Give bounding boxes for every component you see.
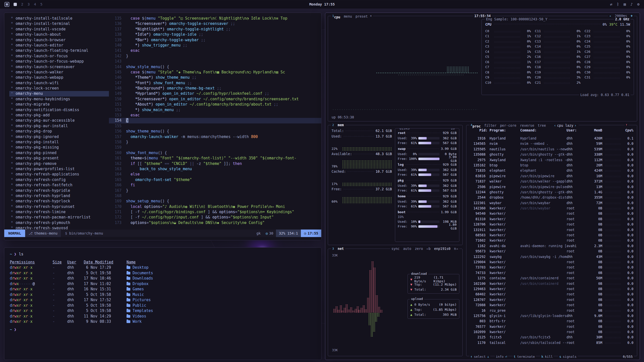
process-row[interactable]: 125756glycin-i/usr/lib/glycin-loadersdhh… [470,313,633,319]
file-list-item[interactable]: *omarchy-pkg-pinned [9,150,109,156]
process-row[interactable]: 74733kworker/root0B0.0 [470,270,633,276]
file-list-item[interactable]: *omarchy-refresh-limine [9,209,109,215]
file-list-item[interactable]: *omarchy-refresh-applications [9,172,109,177]
file-list-item[interactable]: *omarchy-refresh-hyprlock [9,199,109,204]
proc-action-terminate[interactable]: tterminate [513,355,536,358]
file-list-item[interactable]: *omarchy-migrate [9,102,109,107]
process-row[interactable]: 1162avahi-daavahi-daemon: running [avahi… [470,243,633,249]
file-list-item[interactable]: *omarchy-install-terminal [9,21,109,26]
workspace-5[interactable]: 5 [40,2,42,6]
file-list-item[interactable]: *omarchy-lock-screen [9,86,109,91]
file-list-item[interactable]: *omarchy-refresh-pacman-mirrorlist [9,215,109,220]
process-row[interactable]: 76577kworker/root0B0.0 [470,324,633,329]
col-header-pid[interactable]: Pid: [470,128,488,132]
process-row[interactable]: 129004kworker/root0B0.0 [470,259,633,265]
file-list-item[interactable]: *omarchy-refresh-fastfetch [9,183,109,188]
bluetooth-icon[interactable]: ᛒ [617,2,619,7]
file-list-item[interactable]: *omarchy-menu [9,91,109,96]
file-list-item[interactable]: *omarchy-launch-about [9,32,109,37]
proc-action-kill[interactable]: kkill [540,355,554,358]
process-row[interactable]: 125505nautilus/usr/bin/nautilus --newdhh… [470,147,633,152]
process-row[interactable]: 68583kworker/root0B0.0 [470,233,633,238]
process-row[interactable]: 128707kworker/root0B0.0 [470,297,633,302]
process-row[interactable]: 71602kworker/root0B0.0 [470,238,633,243]
process-row[interactable]: 2975XwaylandXwayland :1 -rootless -dhh11… [470,157,633,163]
sort-prev-icon[interactable]: ‹ [554,123,556,127]
proc-option-tree[interactable]: tree [538,123,546,127]
process-row[interactable]: 135162btopbtopdhh26M0.0 [470,163,633,168]
file-list-item[interactable]: *omarchy-install-vscode [9,27,109,32]
proc-action-signals[interactable]: ssignals [558,355,578,358]
file-list-item[interactable]: *omarchy-launch-or-focus [9,54,109,59]
file-list-item[interactable]: *omarchy-powerprofiles-list [9,166,109,172]
file-list-item[interactable]: *omarchy-menu-keybindings [9,97,109,102]
process-row[interactable]: 12244ghostty/usr/bin/ghostty --gtk-dhh1.… [470,190,633,195]
file-list-item[interactable]: *omarchy-launch-or-focus-webapp [9,59,109,64]
proc-option-filter[interactable]: filter [484,123,497,127]
file-list-item[interactable]: *omarchy-launch-browser [9,37,109,43]
process-row[interactable]: 72088kworker/root0B0.0 [470,302,633,308]
workspace-4[interactable]: 4 [34,2,36,6]
io-label[interactable]: io [450,128,456,131]
disks-label[interactable]: disks [398,128,411,131]
scroll-up-icon[interactable]: ↑ [625,123,628,126]
workspace-3[interactable]: 3 [27,2,29,6]
file-list-item[interactable]: *omarchy-pkg-aur-install [9,123,109,129]
process-row[interactable]: 131911kworker/root0B0.0 [470,227,633,233]
proc-option-per-core[interactable]: per-core [500,123,516,127]
process-row[interactable]: 1916HyprlandHyprlanddhh426M0.1 [470,136,633,141]
workspace-2[interactable]: 2 [21,2,23,6]
process-row[interactable]: 71835elephantelephantdhh424M0.0 [470,168,633,173]
file-list-item[interactable]: *omarchy-launch-editor [9,43,109,48]
proc-action-select[interactable]: ↑select↓ [469,355,490,358]
process-row[interactable]: 2125fcitx5/usr/bin/fcitx5dhh30M0.0 [470,335,633,340]
iface-prev-icon[interactable]: ←b [426,246,430,251]
file-list-item[interactable]: *omarchy-notification-dismiss [9,107,109,113]
iface-next-icon[interactable]: n→ [454,246,458,251]
file-list-item[interactable]: *omarchy-pkg-install [9,140,109,145]
file-list-item[interactable]: *omarchy-refresh-plymouth [9,220,109,225]
launcher-icon[interactable] [5,2,9,7]
file-list-item[interactable]: *omarchy-pkg-missing [9,145,109,150]
process-row[interactable]: 102100kworker//usr/bin/containerdroot0B0… [470,281,633,286]
terminal-output[interactable]: ~❯lsPermissionsSizeUserDate ModifiedName… [4,248,321,336]
process-row[interactable]: 135088ghostty/usr/bin/ghostty --gtk-dhh3… [470,152,633,157]
net-sync-button[interactable]: sync [391,246,400,251]
process-row[interactable]: 102099kworker/root0B0.0 [470,329,633,335]
code-pane[interactable]: 135 case $(menu "Toggle" "◱ Screensaver\… [109,15,321,230]
col-header-cpu[interactable]: Cpu% [623,128,633,132]
process-row[interactable]: 81310kworker/root0B0.0 [470,216,633,222]
col-header-mem[interactable]: MemB [583,128,602,132]
vpn-arrows-icon[interactable]: ⇄ [610,2,612,7]
process-row[interactable]: 68402kworker/root0B0.0 [470,292,633,297]
process-row[interactable]: 94540kworker/root0B0.0 [470,211,633,216]
process-row[interactable]: 71837walker/usr/bin/walker --gappldhh371… [470,179,633,184]
net-zero-button[interactable]: zero [415,246,423,251]
file-list-item[interactable]: *omarchy-pkg-add [9,113,109,118]
file-list-item[interactable]: *omarchy-launch-screensaver [9,64,109,70]
process-row[interactable]: 122301waybar/usr/bin/waybardhh72M0.0 [470,200,633,206]
settings-icon[interactable]: ⚙ [637,2,639,7]
process-row[interactable]: 73703kworker/root0B0.0 [470,265,633,270]
file-list-item[interactable]: *omarchy-pkg-aur-accessible [9,118,109,123]
proc-option-reverse[interactable]: reverse [520,123,534,127]
process-row[interactable]: 122292swaybg/usr/bin/swaybg -i /homdhh43… [470,254,633,259]
process-row[interactable]: 2544dropbox/home/dhh/.dropbox-distdhh355… [470,195,633,200]
process-row[interactable]: 16rcu_preeroot0B0.0 [470,308,633,313]
file-list-item[interactable]: *omarchy-launch-wifi [9,80,109,86]
workspace-1-active[interactable] [14,3,17,6]
stats-icon[interactable]: ▤ [624,2,626,7]
file-list-item[interactable]: *omarchy-refresh-hypridle [9,188,109,193]
file-list[interactable]: *omarchy-install-tailscale*omarchy-insta… [4,15,109,230]
proc-action-info[interactable]: info⏎ [495,355,508,358]
process-row[interactable]: 129463kworker/root0B0.0 [470,286,633,292]
file-list-item[interactable]: *omarchy-refresh-hyprsunset [9,204,109,209]
sort-selector[interactable]: ‹cpu lazy› [553,123,577,128]
menu-button[interactable]: menu [344,14,352,19]
file-list-item[interactable]: *omarchy-pkg-remove [9,161,109,166]
process-row[interactable]: 128706kworker/root0B0.0 [470,222,633,227]
process-row[interactable]: 803btrfs-trroot0B0.0 [470,319,633,324]
interval-increase-button[interactable]: + [631,14,633,18]
file-list-item[interactable]: *omarchy-launch-walker [9,70,109,75]
file-list-item[interactable]: *omarchy-refresh-config [9,177,109,183]
